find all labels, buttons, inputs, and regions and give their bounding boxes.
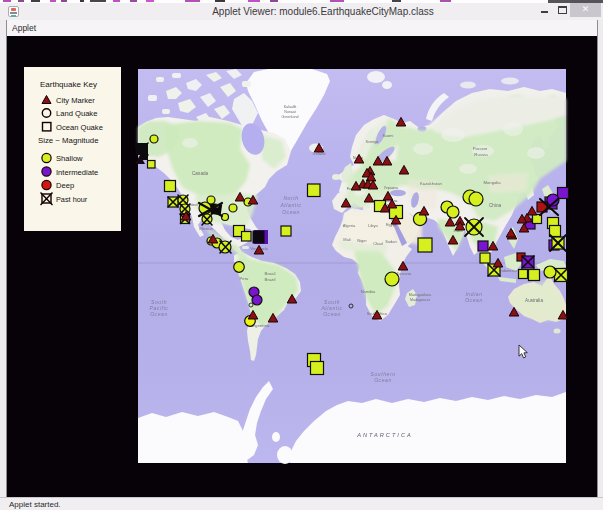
svg-text:Niger: Niger (357, 238, 367, 243)
svg-text:Libya: Libya (368, 223, 378, 228)
svg-text:Mexico: Mexico (199, 226, 213, 231)
svg-text:Indonesia: Indonesia (499, 268, 517, 273)
svg-text:Past hour: Past hour (56, 195, 88, 204)
svg-text:Namibia: Namibia (361, 289, 376, 294)
svg-text:Algeria: Algeria (343, 223, 356, 228)
svg-text:ANTARCTICA: ANTARCTICA (356, 432, 412, 438)
svg-text:North: North (283, 195, 298, 201)
svg-text:Nunaat: Nunaat (284, 110, 296, 114)
svg-text:City Marker: City Marker (56, 96, 95, 105)
svg-text:Peru: Peru (240, 276, 250, 281)
svg-text:Suomi: Suomi (383, 134, 394, 138)
svg-text:Shallow: Shallow (56, 154, 83, 163)
svg-text:Sudan: Sudan (385, 239, 397, 244)
svg-text:Brazil: Brazil (265, 277, 276, 282)
svg-text:Mongolia: Mongolia (484, 180, 502, 185)
svg-text:Kazakhstan: Kazakhstan (420, 181, 443, 186)
svg-text:Atlantic: Atlantic (279, 202, 301, 208)
svg-text:Украина: Украина (384, 186, 399, 190)
svg-text:Earthquake Key: Earthquake Key (40, 80, 97, 89)
svg-text:Size ~ Magnitude: Size ~ Magnitude (38, 136, 98, 145)
svg-text:Brasil: Brasil (265, 271, 276, 276)
svg-text:Tanzania: Tanzania (397, 272, 411, 276)
svg-text:China: China (489, 203, 501, 208)
svg-text:Ocean: Ocean (374, 377, 392, 383)
svg-text:Ocean: Ocean (323, 311, 341, 317)
svg-text:Deep: Deep (56, 181, 74, 190)
svg-text:Ocean: Ocean (150, 311, 168, 317)
svg-text:Greenland: Greenland (282, 115, 299, 119)
svg-text:Ocean: Ocean (282, 209, 300, 215)
svg-text:Madagasikara: Madagasikara (409, 293, 432, 297)
svg-text:Ocean Quake: Ocean Quake (56, 123, 103, 132)
svg-text:Madagascar: Madagascar (410, 298, 431, 302)
svg-text:Kalaallit: Kalaallit (284, 105, 297, 109)
svg-text:Ocean: Ocean (465, 297, 483, 303)
svg-text:Sverige: Sverige (366, 140, 379, 144)
svg-text:Mali: Mali (343, 237, 350, 242)
svg-text:Land Quake: Land Quake (56, 109, 97, 118)
svg-text:Russia: Russia (474, 152, 488, 157)
svg-text:Chad: Chad (373, 241, 383, 246)
svg-text:Canada: Canada (192, 171, 209, 176)
svg-text:Россия: Россия (473, 146, 488, 151)
svg-text:Intermediate: Intermediate (56, 168, 98, 177)
svg-text:Australia: Australia (525, 298, 543, 303)
